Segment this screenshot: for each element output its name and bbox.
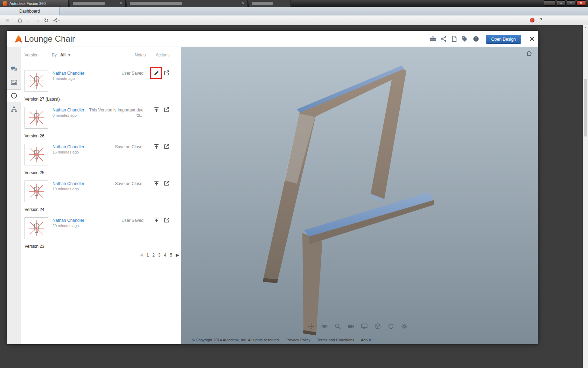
document-button[interactable] — [450, 35, 458, 43]
pagination-page-5[interactable]: 5 — [170, 253, 172, 258]
export-version-button[interactable] — [163, 106, 170, 113]
share-icon — [440, 35, 447, 42]
refresh-view-button[interactable] — [387, 322, 395, 330]
info-icon — [472, 35, 479, 42]
fusion-favicon-icon — [3, 1, 7, 6]
settings-button[interactable] — [400, 322, 408, 330]
model-view-button[interactable] — [374, 322, 382, 330]
terms-link[interactable]: Terms and Conditions — [317, 338, 354, 342]
export-icon — [163, 180, 170, 186]
pagination: ◀ 1 2 3 4 5 ▶ — [140, 252, 179, 258]
version-actions — [153, 180, 170, 187]
author-link[interactable]: Nathan Chandler — [52, 108, 84, 113]
pagination-page-2[interactable]: 2 — [152, 253, 155, 258]
version-thumbnail[interactable] — [24, 70, 48, 92]
gear-icon — [401, 323, 408, 330]
share-design-button[interactable] — [440, 35, 448, 43]
forward-button[interactable]: → — [34, 16, 42, 24]
edit-note-button[interactable] — [153, 69, 160, 76]
page-scrollbar[interactable]: ▲ — [583, 25, 588, 368]
pagination-prev-icon[interactable]: ◀ — [140, 253, 143, 257]
author-link[interactable]: Nathan Chandler — [52, 181, 84, 186]
pan-button[interactable] — [307, 322, 315, 330]
version-thumbnail[interactable] — [24, 144, 48, 165]
view-home-button[interactable] — [526, 50, 533, 57]
sketch-thumbnail-icon — [25, 107, 48, 128]
zoom-button[interactable] — [334, 322, 342, 330]
design-header: Lounge Chair Open Design ✕ — [7, 31, 538, 47]
privacy-policy-link[interactable]: Privacy Policy — [287, 338, 310, 342]
detail-sidebar — [7, 47, 21, 344]
version-note: Save on Close. — [84, 144, 144, 150]
3d-viewport[interactable]: © Copyright 2014 Autodesk, Inc. All righ… — [181, 47, 538, 344]
tab-close-icon[interactable]: ✕ — [116, 2, 122, 5]
menu-button[interactable]: ≡ — [4, 16, 11, 24]
sidebar-item-hierarchy[interactable] — [7, 103, 21, 115]
author-link[interactable]: Nathan Chandler — [52, 144, 84, 149]
share-button[interactable]: ▾ — [51, 16, 62, 24]
refresh-button[interactable]: ↻ — [42, 16, 50, 24]
export-version-button[interactable] — [163, 143, 170, 150]
sidebar-item-preview[interactable] — [7, 76, 21, 88]
window-minimize-button[interactable]: – — [557, 0, 566, 6]
camera-button[interactable] — [347, 322, 355, 330]
browser-tab-fusion[interactable]: Autodesk Fusion 360 — [0, 0, 69, 7]
sidebar-item-comments[interactable] — [7, 63, 21, 75]
version-label: Version 27 (Latest) — [24, 97, 60, 102]
browser-tab-2[interactable]: ✕ — [70, 0, 126, 7]
fusion-360-logo-icon — [15, 35, 22, 43]
browser-tab-3[interactable]: ✕ — [127, 0, 248, 7]
version-thumbnail[interactable] — [24, 107, 48, 129]
toolbox-button[interactable] — [429, 35, 437, 43]
open-design-button[interactable]: Open Design — [486, 35, 521, 44]
export-version-button[interactable] — [163, 217, 170, 224]
filter-dropdown[interactable]: All — [60, 53, 65, 57]
sketch-thumbnail-icon — [25, 218, 48, 239]
home-icon — [17, 18, 23, 23]
pagination-next-icon[interactable]: ▶ — [176, 252, 179, 258]
author-link[interactable]: Nathan Chandler — [52, 71, 84, 76]
help-button[interactable]: ? — [539, 17, 542, 22]
version-note: This Version is Important due to... — [84, 108, 144, 118]
tab-close-icon[interactable]: ✕ — [238, 2, 245, 5]
home-button[interactable] — [16, 16, 24, 24]
scroll-up-icon[interactable]: ▲ — [583, 26, 588, 28]
promote-icon — [153, 143, 160, 150]
copyright-text: © Copyright 2014 Autodesk, Inc. All righ… — [192, 338, 280, 342]
promote-icon — [153, 217, 160, 223]
orbit-button[interactable] — [321, 322, 328, 330]
scrollbar-thumb[interactable] — [584, 79, 587, 137]
sidebar-item-versions[interactable] — [7, 89, 21, 102]
chevron-down-icon[interactable]: ▾ — [68, 53, 70, 57]
tab-dashboard-label: Dashboard — [19, 9, 40, 14]
version-thumbnail[interactable] — [24, 180, 48, 202]
record-indicator[interactable] — [530, 18, 534, 22]
viewport-footer: © Copyright 2014 Autodesk, Inc. All righ… — [192, 338, 376, 342]
titlebar-back-button[interactable]: ← — [544, 0, 556, 6]
version-label: Version 25 — [24, 170, 44, 175]
display-button[interactable] — [360, 322, 368, 330]
back-button[interactable]: ← — [25, 16, 33, 24]
version-list-header: Version By: All ▾ Notes Actions — [21, 47, 181, 64]
info-button[interactable] — [472, 35, 480, 43]
promote-version-button[interactable] — [153, 143, 160, 150]
export-version-button[interactable] — [163, 180, 170, 187]
tab-title-redacted — [252, 2, 273, 5]
export-version-button[interactable] — [163, 69, 170, 76]
pagination-page-1[interactable]: 1 — [146, 253, 149, 258]
promote-version-button[interactable] — [153, 217, 160, 224]
hamburger-icon: ≡ — [6, 17, 9, 23]
promote-version-button[interactable] — [153, 180, 160, 187]
browser-tab-4[interactable] — [249, 0, 291, 7]
about-link[interactable]: About — [361, 338, 371, 342]
pagination-page-4[interactable]: 4 — [164, 253, 167, 258]
promote-version-button[interactable] — [153, 106, 160, 113]
pagination-page-3[interactable]: 3 — [158, 253, 161, 258]
tag-button[interactable] — [461, 35, 468, 43]
version-thumbnail[interactable] — [24, 217, 48, 239]
author-link[interactable]: Nathan Chandler — [52, 218, 84, 223]
window-close-button[interactable]: ✕ — [576, 0, 586, 6]
window-maximize-button[interactable]: □ — [567, 0, 575, 6]
tab-dashboard[interactable]: Dashboard — [0, 7, 59, 15]
close-panel-button[interactable]: ✕ — [528, 35, 536, 43]
